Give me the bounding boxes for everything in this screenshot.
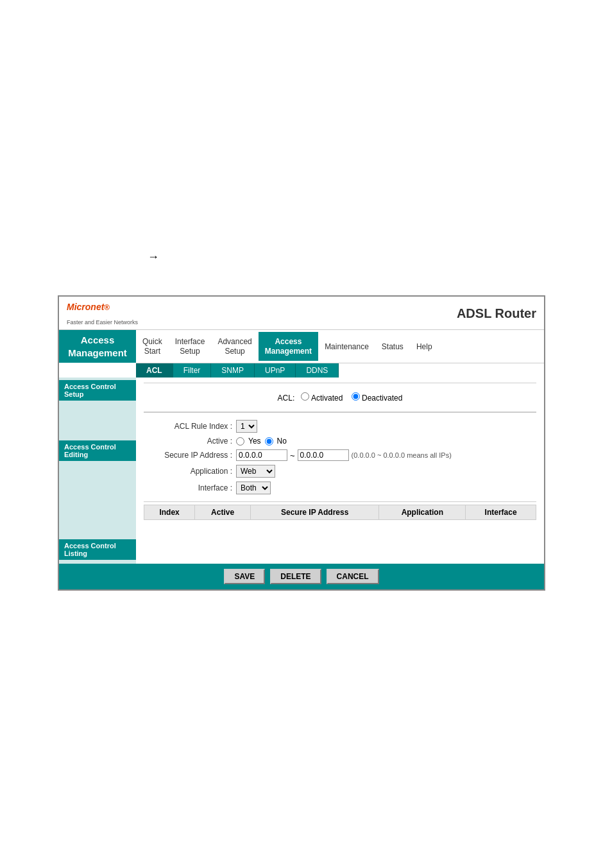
logo-trademark: ® [104, 303, 110, 312]
ip-hint: (0.0.0.0 ~ 0.0.0.0 means all IPs) [352, 451, 452, 459]
active-yes-radio[interactable] [236, 437, 244, 446]
acl-setup-section: ACL: Activated Deactivated [144, 383, 536, 412]
logo-text: Micronet® [67, 302, 138, 319]
col-interface: Interface [466, 505, 536, 520]
nav-help[interactable]: Help [410, 337, 439, 356]
delete-button[interactable]: DELETE [270, 569, 321, 584]
col-secure-ip: Secure IP Address [250, 505, 378, 520]
interface-row: Interface : Both LAN WAN [144, 480, 536, 496]
ip-from-input[interactable] [236, 449, 287, 461]
acl-editing-section: ACL Rule Index : 1 2 3 Active : Yes [144, 412, 536, 501]
panel-header: Micronet® Faster and Easier Networks ADS… [59, 297, 544, 330]
logo-tagline: Faster and Easier Networks [67, 319, 138, 326]
nav-advanced-setup[interactable]: AdvancedSetup [211, 332, 258, 361]
interface-label: Interface : [149, 483, 232, 492]
application-row: Application : Web FTP Telnet SNMP All [144, 463, 536, 480]
nav-maintenance[interactable]: Maintenance [318, 337, 375, 356]
acl-activated-label: Activated [311, 394, 343, 403]
rule-index-select[interactable]: 1 2 3 [236, 420, 257, 433]
arrow-indicator: → [148, 250, 159, 264]
active-no-radio[interactable] [265, 437, 273, 446]
logo-area: Micronet® Faster and Easier Networks [67, 302, 138, 326]
sidebar-access-control-listing: Access Control Listing [59, 539, 136, 560]
rule-index-label: ACL Rule Index : [149, 422, 232, 431]
active-row: Active : Yes No [144, 435, 536, 447]
footer-bar: SAVE DELETE CANCEL [59, 564, 544, 589]
page-wrapper: → Micronet® Faster and Easier Networks A… [0, 0, 612, 868]
sub-nav-ddns[interactable]: DDNS [296, 363, 339, 378]
active-no-label: No [277, 437, 287, 446]
application-select[interactable]: Web FTP Telnet SNMP All [236, 465, 275, 478]
acl-listing-section: Index Active Secure IP Address Applicati… [144, 501, 536, 523]
nav-status[interactable]: Status [375, 337, 410, 356]
nav-items: QuickStart InterfaceSetup AdvancedSetup … [136, 330, 544, 363]
listing-table: Index Active Secure IP Address Applicati… [144, 505, 536, 520]
interface-select[interactable]: Both LAN WAN [236, 482, 271, 494]
col-active: Active [195, 505, 251, 520]
product-title: ADSL Router [457, 306, 536, 321]
ip-tilde: ~ [290, 451, 295, 460]
nav-interface-setup[interactable]: InterfaceSetup [169, 332, 212, 361]
left-sidebar: Access Control Setup Access Control Edit… [59, 378, 136, 564]
save-button[interactable]: SAVE [224, 569, 265, 584]
nav-quick-start[interactable]: QuickStart [136, 332, 169, 361]
content-area: Access Control Setup Access Control Edit… [59, 378, 544, 564]
ip-to-input[interactable] [298, 449, 349, 461]
secure-ip-row: Secure IP Address : ~ (0.0.0.0 ~ 0.0.0.0… [144, 447, 536, 463]
main-content: ACL: Activated Deactivated ACL Rule Ind [136, 378, 544, 564]
sidebar-access-control-editing: Access Control Editing [59, 440, 136, 461]
side-label-access-management: AccessManagement [59, 330, 136, 363]
cancel-button[interactable]: CANCEL [327, 569, 379, 584]
top-nav: AccessManagement QuickStart InterfaceSet… [59, 330, 544, 363]
sub-nav-upnp[interactable]: UPnP [255, 363, 296, 378]
sidebar-access-control-setup: Access Control Setup [59, 380, 136, 401]
acl-activated-radio[interactable] [301, 392, 309, 401]
logo-brand: Micronet [67, 302, 104, 312]
ip-range: ~ (0.0.0.0 ~ 0.0.0.0 means all IPs) [236, 449, 452, 461]
application-label: Application : [149, 467, 232, 476]
router-panel: Micronet® Faster and Easier Networks ADS… [58, 295, 545, 591]
sub-nav-filter[interactable]: Filter [173, 363, 212, 378]
active-yes-label: Yes [248, 437, 261, 446]
sub-nav-snmp[interactable]: SNMP [211, 363, 255, 378]
acl-label: ACL: [278, 394, 295, 403]
nav-access-management[interactable]: AccessManagement [259, 332, 318, 361]
secure-ip-label: Secure IP Address : [149, 451, 232, 460]
active-label: Active : [149, 437, 232, 446]
acl-deactivated-radio[interactable] [352, 392, 360, 401]
col-application: Application [379, 505, 466, 520]
active-radio-group: Yes No [236, 437, 287, 446]
sub-nav-acl[interactable]: ACL [136, 363, 173, 378]
rule-index-row: ACL Rule Index : 1 2 3 [144, 418, 536, 435]
sub-nav: ACL Filter SNMP UPnP DDNS [59, 363, 544, 378]
acl-deactivated-label: Deactivated [362, 394, 402, 403]
col-index: Index [144, 505, 195, 520]
sub-nav-items: ACL Filter SNMP UPnP DDNS [136, 363, 544, 378]
acl-status-row: ACL: Activated Deactivated [144, 388, 536, 406]
